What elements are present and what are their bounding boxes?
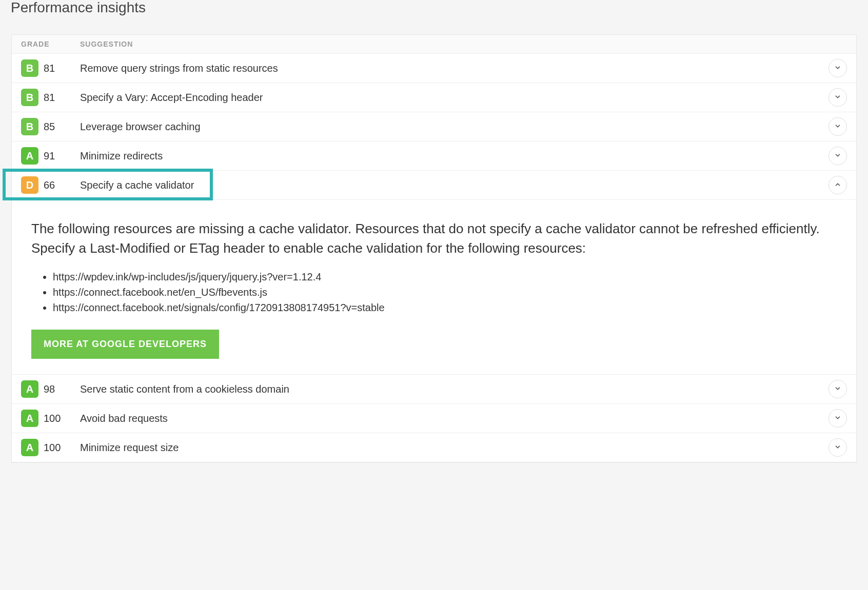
grade-score: 100	[44, 413, 64, 424]
table-row[interactable]: D66Specify a cache validator	[12, 171, 856, 200]
chevron-down-icon	[834, 152, 841, 160]
chevron-down-icon	[834, 385, 841, 394]
list-item: https://wpdev.ink/wp-includes/js/jquery/…	[53, 269, 837, 284]
suggestion-text: Serve static content from a cookieless d…	[80, 383, 289, 395]
grade-score: 81	[44, 63, 64, 74]
expand-button[interactable]	[828, 147, 847, 165]
table-row[interactable]: A100Minimize request size	[12, 433, 856, 462]
collapse-button[interactable]	[828, 176, 847, 194]
list-item: https://connect.facebook.net/en_US/fbeve…	[53, 284, 837, 300]
grade-score: 66	[44, 179, 64, 191]
chevron-down-icon	[834, 443, 841, 452]
suggestion-text: Specify a Vary: Accept-Encoding header	[80, 92, 263, 103]
table-row[interactable]: A98Serve static content from a cookieles…	[12, 375, 856, 404]
grade-score: 85	[44, 121, 64, 133]
suggestion-text: Minimize request size	[80, 442, 179, 453]
table-row[interactable]: B85Leverage browser caching	[12, 112, 856, 141]
panel-title: Performance insights	[0, 0, 868, 25]
grade-badge: A	[21, 439, 38, 456]
expand-button[interactable]	[828, 88, 847, 107]
details-description: The following resources are missing a ca…	[31, 219, 837, 258]
table-row[interactable]: A91Minimize redirects	[12, 141, 856, 171]
chevron-up-icon	[834, 181, 841, 190]
table-row[interactable]: B81Remove query strings from static reso…	[12, 54, 856, 83]
expand-button[interactable]	[828, 438, 847, 457]
grade-score: 81	[44, 92, 64, 104]
table-row[interactable]: B81Specify a Vary: Accept-Encoding heade…	[12, 83, 856, 112]
expand-button[interactable]	[828, 117, 847, 136]
suggestion-text: Avoid bad requests	[80, 413, 168, 424]
table-row[interactable]: A100Avoid bad requests	[12, 404, 856, 433]
suggestion-text: Remove query strings from static resourc…	[80, 63, 278, 74]
grade-score: 98	[44, 383, 64, 395]
expand-button[interactable]	[828, 59, 847, 77]
grade-badge: B	[21, 89, 38, 106]
list-item: https://connect.facebook.net/signals/con…	[53, 300, 837, 315]
suggestion-text: Leverage browser caching	[80, 121, 201, 132]
grade-badge: B	[21, 59, 38, 77]
suggestion-text: Minimize redirects	[80, 150, 163, 161]
details-panel: The following resources are missing a ca…	[12, 200, 856, 375]
expand-button[interactable]	[828, 380, 847, 398]
suggestion-text: Specify a cache validator	[80, 179, 194, 191]
insights-panel: GRADE SUGGESTION B81Remove query strings…	[11, 34, 857, 463]
grade-badge: A	[21, 410, 38, 427]
grade-score: 100	[44, 442, 64, 454]
grade-badge: D	[21, 176, 38, 194]
grade-badge: A	[21, 380, 38, 398]
chevron-down-icon	[834, 93, 841, 102]
grade-badge: B	[21, 118, 38, 135]
resource-list: https://wpdev.ink/wp-includes/js/jquery/…	[31, 269, 837, 315]
chevron-down-icon	[834, 64, 841, 73]
chevron-down-icon	[834, 123, 841, 131]
expand-button[interactable]	[828, 409, 847, 428]
table-header: GRADE SUGGESTION	[12, 35, 856, 54]
grade-badge: A	[21, 147, 38, 165]
more-at-google-developers-button[interactable]: MORE AT GOOGLE DEVELOPERS	[31, 330, 219, 359]
chevron-down-icon	[834, 414, 841, 423]
header-suggestion: SUGGESTION	[80, 40, 824, 48]
header-grade: GRADE	[21, 40, 80, 48]
grade-score: 91	[44, 150, 64, 162]
